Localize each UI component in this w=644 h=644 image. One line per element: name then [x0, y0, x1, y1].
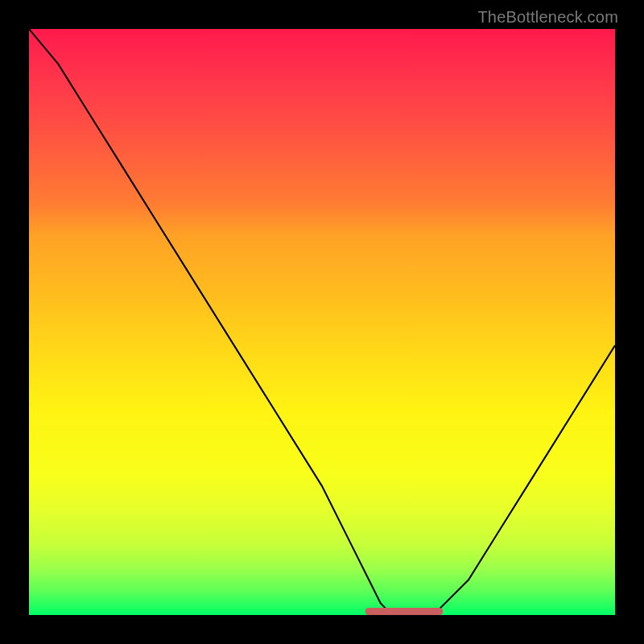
- bottleneck-curve: [29, 29, 615, 615]
- curve-line: [29, 29, 615, 615]
- plot-svg: [29, 29, 615, 615]
- chart-frame: TheBottleneck.com: [0, 0, 644, 644]
- watermark-text: TheBottleneck.com: [477, 8, 618, 27]
- plot-area: [29, 29, 615, 615]
